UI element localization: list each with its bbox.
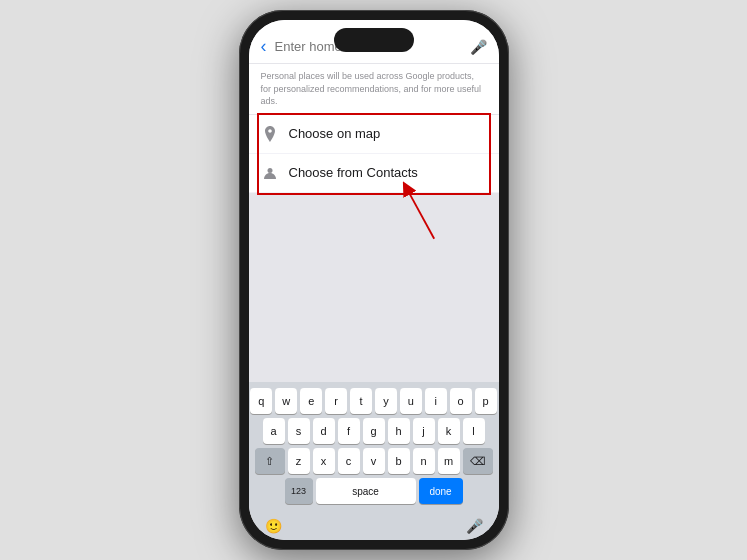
key-g[interactable]: g <box>363 418 385 444</box>
key-j[interactable]: j <box>413 418 435 444</box>
choose-on-map-label: Choose on map <box>289 126 381 141</box>
info-text: Personal places will be used across Goog… <box>249 64 499 115</box>
delete-key[interactable]: ⌫ <box>463 448 493 474</box>
key-o[interactable]: o <box>450 388 472 414</box>
phone-frame: ‹ 🎤 Personal places will be used across … <box>239 10 509 550</box>
key-y[interactable]: y <box>375 388 397 414</box>
gray-content-area <box>249 194 499 382</box>
phone-screen: ‹ 🎤 Personal places will be used across … <box>249 20 499 540</box>
key-n[interactable]: n <box>413 448 435 474</box>
key-r[interactable]: r <box>325 388 347 414</box>
key-u[interactable]: u <box>400 388 422 414</box>
keyboard-row-1: q w e r t y u i o p <box>251 388 497 414</box>
key-v[interactable]: v <box>363 448 385 474</box>
dynamic-island <box>334 28 414 52</box>
key-q[interactable]: q <box>250 388 272 414</box>
choose-from-contacts-item[interactable]: Choose from Contacts <box>249 154 499 193</box>
key-b[interactable]: b <box>388 448 410 474</box>
key-i[interactable]: i <box>425 388 447 414</box>
choose-from-contacts-label: Choose from Contacts <box>289 165 418 180</box>
key-t[interactable]: t <box>350 388 372 414</box>
key-c[interactable]: c <box>338 448 360 474</box>
keyboard-row-4: 123 space done <box>251 478 497 504</box>
svg-point-0 <box>267 168 272 173</box>
shift-key[interactable]: ⇧ <box>255 448 285 474</box>
key-d[interactable]: d <box>313 418 335 444</box>
keyboard: q w e r t y u i o p a s d f g h j k l <box>249 382 499 512</box>
contact-icon <box>261 164 279 182</box>
mic-icon[interactable]: 🎤 <box>470 39 487 55</box>
choose-on-map-item[interactable]: Choose on map <box>249 115 499 154</box>
space-key[interactable]: space <box>316 478 416 504</box>
key-l[interactable]: l <box>463 418 485 444</box>
key-s[interactable]: s <box>288 418 310 444</box>
key-p[interactable]: p <box>475 388 497 414</box>
keyboard-row-3: ⇧ z x c v b n m ⌫ <box>251 448 497 474</box>
key-e[interactable]: e <box>300 388 322 414</box>
key-k[interactable]: k <box>438 418 460 444</box>
emoji-icon[interactable]: 🙂 <box>265 518 282 534</box>
done-key[interactable]: done <box>419 478 463 504</box>
back-button[interactable]: ‹ <box>261 36 267 57</box>
bottom-mic-icon[interactable]: 🎤 <box>466 518 483 534</box>
map-pin-icon <box>261 125 279 143</box>
key-z[interactable]: z <box>288 448 310 474</box>
key-h[interactable]: h <box>388 418 410 444</box>
key-x[interactable]: x <box>313 448 335 474</box>
num-key[interactable]: 123 <box>285 478 313 504</box>
key-m[interactable]: m <box>438 448 460 474</box>
options-section: Choose on map Choose from Contacts <box>249 115 499 194</box>
bottom-bar: 🙂 🎤 <box>249 512 499 540</box>
key-a[interactable]: a <box>263 418 285 444</box>
keyboard-row-2: a s d f g h j k l <box>251 418 497 444</box>
options-wrapper: Choose on map Choose from Contacts <box>249 115 499 194</box>
key-f[interactable]: f <box>338 418 360 444</box>
key-w[interactable]: w <box>275 388 297 414</box>
